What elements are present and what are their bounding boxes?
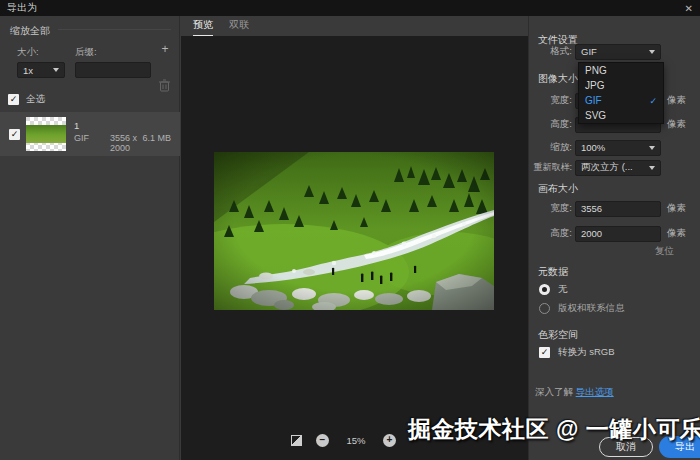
- canvas-size-header: 画布大小: [538, 182, 578, 196]
- list-item[interactable]: ✓ 1 GIF 3556 x 2000 6.1 MB: [0, 112, 180, 156]
- preview-canvas: − 15% +: [181, 36, 528, 460]
- format-row: 格式: GIF: [529, 43, 700, 60]
- canvas-height-input[interactable]: 2000: [575, 226, 661, 242]
- chevron-down-icon: [649, 166, 655, 170]
- canvas-reset-link[interactable]: 复位: [655, 245, 674, 258]
- export-options-link[interactable]: 导出选项: [576, 386, 614, 397]
- canvas-height-label: 高度:: [529, 227, 575, 240]
- image-size-header: 图像大小: [538, 72, 578, 86]
- scale-select-value: 1x: [23, 65, 33, 76]
- canvas-width-label: 宽度:: [529, 202, 575, 215]
- image-width-unit: 像素: [667, 94, 686, 107]
- scale-select[interactable]: 1x: [17, 62, 65, 78]
- scale-label: 缩放:: [529, 141, 575, 154]
- image-height-label: 高度:: [529, 118, 575, 131]
- resample-label: 重新取样:: [529, 161, 575, 174]
- file-size: 6.1 MB: [142, 133, 171, 153]
- format-option-jpg[interactable]: JPG: [579, 78, 663, 93]
- convert-srgb-label: 转换为 sRGB: [558, 346, 614, 359]
- add-scale-icon[interactable]: +: [158, 42, 172, 56]
- chevron-down-icon: [649, 50, 655, 54]
- export-as-dialog: 导出为 ✕ 缩放全部 大小: 后缀: + 1x ✓ 全选 ✓ 1: [0, 0, 700, 460]
- zoom-out-icon[interactable]: −: [316, 434, 329, 447]
- convert-srgb-row[interactable]: ✓ 转换为 sRGB: [539, 346, 614, 359]
- resample-select-value: 两次立方 (...: [581, 161, 633, 174]
- radio-selected-icon[interactable]: [539, 284, 550, 295]
- preview-image: [214, 152, 494, 310]
- scale-select-value: 100%: [581, 142, 605, 153]
- canvas-height-unit: 像素: [667, 227, 686, 240]
- color-space-header: 色彩空间: [538, 328, 578, 342]
- file-format: GIF: [74, 133, 110, 153]
- image-width-label: 宽度:: [529, 94, 575, 107]
- close-icon[interactable]: ✕: [685, 3, 693, 14]
- delete-scale-icon: [159, 78, 170, 96]
- preview-tabs: 预览 双联: [181, 16, 528, 36]
- image-height-unit: 像素: [667, 118, 686, 131]
- metadata-header: 元数据: [538, 265, 568, 279]
- canvas-width-input[interactable]: 3556: [575, 201, 661, 217]
- canvas-width-unit: 像素: [667, 202, 686, 215]
- convert-srgb-checkbox[interactable]: ✓: [539, 347, 550, 358]
- format-select[interactable]: GIF: [575, 44, 661, 60]
- learn-more-text: 深入了解 导出选项: [535, 386, 614, 399]
- chevron-down-icon: [649, 146, 655, 150]
- format-option-gif[interactable]: GIF ✓: [579, 93, 663, 108]
- dialog-title: 导出为: [7, 1, 37, 15]
- metadata-none-label: 无: [558, 283, 568, 296]
- suffix-label: 后缀:: [75, 46, 97, 59]
- metadata-none-option[interactable]: 无: [539, 283, 568, 296]
- canvas-width-row: 宽度: 3556 像素: [529, 200, 700, 217]
- resample-select[interactable]: 两次立方 (...: [575, 160, 661, 176]
- check-icon: ✓: [649, 96, 657, 106]
- watermark-text: 掘金技术社区 @ 一罐小可乐: [408, 414, 700, 445]
- format-option-png[interactable]: PNG: [579, 63, 663, 78]
- resample-row: 重新取样: 两次立方 (...: [529, 159, 700, 176]
- select-all-label: 全选: [26, 93, 45, 106]
- scale-all-header: 缩放全部: [10, 24, 50, 38]
- scale-select[interactable]: 100%: [575, 140, 661, 156]
- metadata-copyright-label: 版权和联系信息: [558, 302, 625, 315]
- settings-panel: 文件设置 格式: GIF 图像大小 宽度: 像素 高度: 像素 PNG JPG …: [528, 16, 700, 460]
- format-dropdown-menu: PNG JPG GIF ✓ SVG: [578, 62, 664, 124]
- format-select-value: GIF: [581, 46, 597, 57]
- tab-2up[interactable]: 双联: [229, 18, 249, 35]
- format-option-svg[interactable]: SVG: [579, 108, 663, 123]
- scale-row: 缩放: 100%: [529, 139, 700, 156]
- tab-preview[interactable]: 预览: [193, 18, 213, 35]
- select-all-row[interactable]: ✓ 全选: [8, 93, 45, 106]
- format-label: 格式:: [529, 45, 575, 58]
- fit-screen-icon[interactable]: [291, 435, 302, 446]
- suffix-input[interactable]: [75, 62, 151, 78]
- file-checkbox[interactable]: ✓: [9, 129, 20, 140]
- divider: [58, 29, 171, 30]
- zoom-in-icon[interactable]: +: [383, 434, 396, 447]
- file-name: 1: [74, 120, 79, 131]
- metadata-copyright-option[interactable]: 版权和联系信息: [539, 302, 625, 315]
- canvas-height-row: 高度: 2000 像素: [529, 225, 700, 242]
- select-all-checkbox[interactable]: ✓: [8, 94, 19, 105]
- chevron-down-icon: [53, 68, 59, 72]
- zoom-level[interactable]: 15%: [343, 435, 369, 446]
- radio-unselected-icon[interactable]: [539, 303, 550, 314]
- file-dimensions: 3556 x 2000: [110, 133, 142, 153]
- file-thumbnail: [26, 117, 66, 151]
- title-bar: 导出为 ✕: [0, 0, 700, 16]
- scale-panel: 缩放全部 大小: 后缀: + 1x ✓ 全选 ✓ 1 GIF 3556 x: [0, 16, 180, 460]
- size-label: 大小:: [17, 46, 39, 59]
- zoom-controls: − 15% +: [291, 434, 396, 447]
- preview-column: 预览 双联: [181, 16, 528, 460]
